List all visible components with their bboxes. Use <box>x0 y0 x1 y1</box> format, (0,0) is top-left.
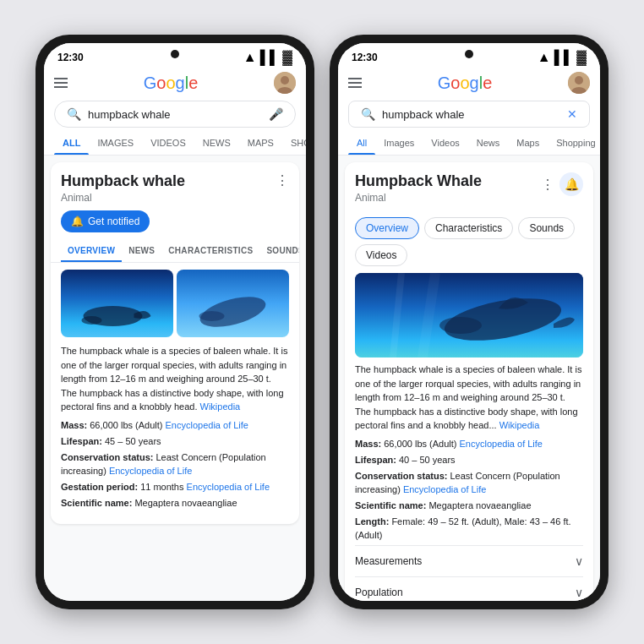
search-icon-left: 🔍 <box>67 107 81 121</box>
camera-dot-right <box>465 50 473 58</box>
card-subtitle-right: Animal <box>355 192 482 204</box>
whale-image-2-left <box>177 270 289 337</box>
dropdown-population-right[interactable]: Population ∨ <box>355 576 583 601</box>
user-avatar-right[interactable] <box>568 72 590 94</box>
tab-maps-left[interactable]: MAPS <box>239 131 282 155</box>
tab-maps-right[interactable]: Maps <box>508 131 548 155</box>
fact-conservation-right: Conservation status: Least Concern (Popu… <box>355 470 583 496</box>
svg-point-6 <box>199 311 225 321</box>
fact-conservation-left: Conservation status: Least Concern (Popu… <box>61 451 289 478</box>
search-tabs-right: All Images Videos News Maps Shopping <box>338 131 600 156</box>
card-tabs-left: OVERVIEW NEWS CHARACTERISTICS SOUNDS VID <box>51 241 299 263</box>
tab-shop-left[interactable]: SHOP <box>282 131 306 155</box>
phone-left: 12:30 ▲ ▌▌ ▓ Google <box>35 35 314 609</box>
fact-sciname-left: Scientific name: Megaptera novaeangliae <box>61 497 289 510</box>
chevron-measurements-right: ∨ <box>575 554 583 568</box>
search-bar-right[interactable]: 🔍 humpback whale ✕ <box>348 101 590 128</box>
search-icon-right: 🔍 <box>361 107 375 121</box>
tab-all-right[interactable]: All <box>348 131 375 155</box>
clear-icon-right[interactable]: ✕ <box>567 107 577 121</box>
google-logo-right: Google <box>438 74 493 93</box>
battery-icon: ▓ <box>282 50 292 65</box>
knowledge-card-right: Humpback Whale Animal ⋮ 🔔 Overview Chara… <box>345 162 593 601</box>
pill-characteristics-right[interactable]: Characteristics <box>424 217 513 239</box>
wifi-icon-right: ▲ <box>538 50 551 65</box>
fact-gestation-link-left[interactable]: Encyclopedia of Life <box>187 482 270 492</box>
pill-tabs-right: Overview Characteristics Sounds Videos <box>355 217 583 266</box>
knowledge-card-left: Humpback whale Animal ⋮ 🔔 Get notified O… <box>51 162 299 524</box>
camera-dot <box>171 50 179 58</box>
menu-button-right[interactable] <box>348 78 362 88</box>
fact-mass-link-right[interactable]: Encyclopedia of Life <box>460 439 543 449</box>
whale-image-1-left <box>61 270 173 337</box>
search-input-left[interactable]: humpback whale <box>88 108 262 121</box>
fact-mass-right: Mass: 66,000 lbs (Adult) Encyclopedia of… <box>355 438 583 450</box>
notif-icon-right[interactable]: 🔔 <box>559 172 583 196</box>
google-logo-left: Google <box>144 74 199 93</box>
svg-point-8 <box>575 76 583 85</box>
wiki-link-right[interactable]: Wikipedia <box>499 420 540 430</box>
content-area-right: Humpback Whale Animal ⋮ 🔔 Overview Chara… <box>338 156 600 601</box>
tab-images-left[interactable]: IMAGES <box>89 131 142 155</box>
fact-mass-left: Mass: 66,000 lbs (Adult) Encyclopedia of… <box>61 419 289 432</box>
card-tab-news-left[interactable]: NEWS <box>122 241 161 262</box>
fact-lifespan-right: Lifespan: 40 – 50 years <box>355 454 583 467</box>
signal-icon-right: ▌▌ <box>554 50 574 65</box>
whale-image-wide-right <box>355 273 583 357</box>
card-tab-overview-left[interactable]: OVERVIEW <box>61 241 122 262</box>
tab-videos-right[interactable]: Videos <box>423 131 467 155</box>
search-bar-left[interactable]: 🔍 humpback whale 🎤 <box>54 101 296 128</box>
tab-news-right[interactable]: News <box>468 131 509 155</box>
phone-right: 12:30 ▲ ▌▌ ▓ Google <box>330 35 609 609</box>
card-subtitle-left: Animal <box>61 192 185 204</box>
search-tabs-left: ALL IMAGES VIDEOS NEWS MAPS SHOP <box>44 131 306 156</box>
fact-conservation-link-right[interactable]: Encyclopedia of Life <box>403 484 486 494</box>
fact-conservation-link-left[interactable]: Encyclopedia of Life <box>109 466 192 476</box>
tab-shopping-right[interactable]: Shopping <box>548 131 600 155</box>
search-input-right[interactable]: humpback whale <box>382 108 560 121</box>
card-tab-sounds-left[interactable]: SOUNDS <box>259 241 299 262</box>
status-icons-right: ▲ ▌▌ ▓ <box>538 50 587 65</box>
fact-length-right: Length: Female: 49 – 52 ft. (Adult), Mal… <box>355 516 583 542</box>
pill-overview-right[interactable]: Overview <box>355 217 419 239</box>
svg-point-12 <box>439 317 482 334</box>
whale-underwater-scene <box>355 273 583 357</box>
fact-gestation-left: Gestation period: 11 months Encyclopedia… <box>61 481 289 494</box>
description-left: The humpback whale is a species of balee… <box>61 344 289 414</box>
pill-videos-right[interactable]: Videos <box>355 244 407 266</box>
fact-sciname-right: Scientific name: Megaptera novaeangliae <box>355 499 583 512</box>
tab-all-left[interactable]: ALL <box>54 131 89 155</box>
phone-screen-right: 12:30 ▲ ▌▌ ▓ Google <box>338 43 600 601</box>
notify-button-left[interactable]: 🔔 Get notified <box>61 210 150 232</box>
user-avatar-left[interactable] <box>274 72 296 94</box>
chevron-population-right: ∨ <box>575 586 583 599</box>
card-title-left: Humpback whale <box>61 172 185 190</box>
card-tab-characteristics-left[interactable]: CHARACTERISTICS <box>161 241 259 262</box>
wiki-link-left[interactable]: Wikipedia <box>200 401 241 412</box>
fact-mass-link-left[interactable]: Encyclopedia of Life <box>166 420 248 430</box>
tab-videos-left[interactable]: VIDEOS <box>142 131 194 155</box>
dropdown-measurements-right[interactable]: Measurements ∨ <box>355 545 583 576</box>
pill-sounds-right[interactable]: Sounds <box>518 217 575 239</box>
bell-icon-left: 🔔 <box>71 216 84 227</box>
content-area-left: Humpback whale Animal ⋮ 🔔 Get notified O… <box>44 156 306 601</box>
card-header-right: Humpback Whale Animal ⋮ 🔔 <box>355 172 583 210</box>
wifi-icon: ▲ <box>243 50 257 65</box>
status-time-right: 12:30 <box>352 52 378 63</box>
google-header-right: Google <box>338 68 600 97</box>
menu-button-left[interactable] <box>54 78 68 88</box>
signal-icon: ▌▌ <box>260 50 280 65</box>
tab-news-left[interactable]: NEWS <box>194 131 239 155</box>
tab-images-right[interactable]: Images <box>375 131 423 155</box>
description-right: The humpback whale is a species of balee… <box>355 363 583 433</box>
svg-point-4 <box>82 316 102 325</box>
status-icons-left: ▲ ▌▌ ▓ <box>243 50 292 65</box>
more-options-left[interactable]: ⋮ <box>276 172 289 188</box>
mic-icon-left[interactable]: 🎤 <box>269 107 283 121</box>
svg-point-1 <box>281 76 289 85</box>
whale-images-left <box>61 270 289 337</box>
fact-lifespan-left: Lifespan: 45 – 50 years <box>61 435 289 448</box>
status-time-left: 12:30 <box>57 52 84 63</box>
card-title-right: Humpback Whale <box>355 172 482 190</box>
more-options-right[interactable]: ⋮ <box>541 177 554 193</box>
